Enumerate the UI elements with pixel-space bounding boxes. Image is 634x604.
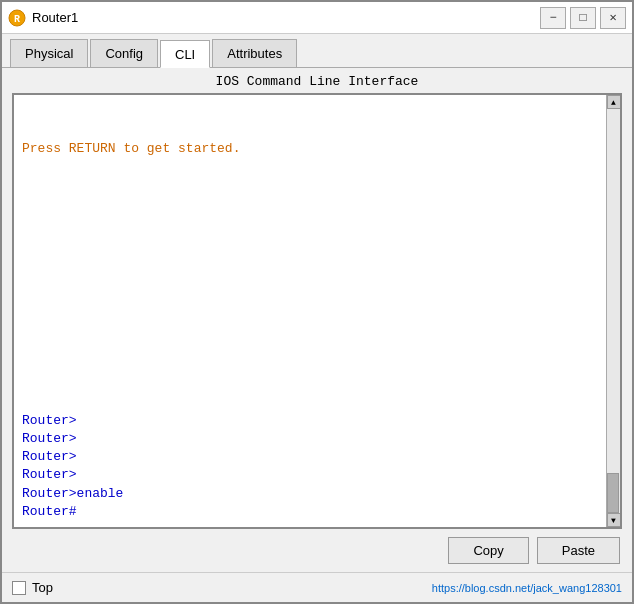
terminal-line: Router> bbox=[22, 448, 598, 466]
minimize-button[interactable]: − bbox=[540, 7, 566, 29]
terminal-line: Router> bbox=[22, 466, 598, 484]
footer-link: https://blog.csdn.net/jack_wang128301 bbox=[432, 582, 622, 594]
main-window: R Router1 − □ ✕ Physical Config CLI Attr… bbox=[0, 0, 634, 604]
terminal[interactable]: Press RETURN to get started. Router> Rou… bbox=[14, 95, 606, 527]
tab-cli[interactable]: CLI bbox=[160, 40, 210, 68]
scroll-up-arrow[interactable]: ▲ bbox=[607, 95, 621, 109]
close-button[interactable]: ✕ bbox=[600, 7, 626, 29]
terminal-line-enable: Router>enable bbox=[22, 485, 598, 503]
terminal-wrapper: Press RETURN to get started. Router> Rou… bbox=[12, 93, 622, 529]
terminal-bottom: Router> Router> Router> Router> Router>e… bbox=[22, 412, 598, 521]
top-checkbox-area: Top bbox=[12, 580, 53, 595]
maximize-button[interactable]: □ bbox=[570, 7, 596, 29]
top-checkbox[interactable] bbox=[12, 581, 26, 595]
tab-config[interactable]: Config bbox=[90, 39, 158, 67]
copy-button[interactable]: Copy bbox=[448, 537, 528, 564]
bottom-bar: Copy Paste bbox=[2, 529, 632, 572]
scrollbar-thumb[interactable] bbox=[607, 473, 619, 513]
title-bar: R Router1 − □ ✕ bbox=[2, 2, 632, 34]
terminal-prompt: Router# bbox=[22, 503, 598, 521]
scrollbar[interactable]: ▲ ▼ bbox=[606, 95, 620, 527]
scrollbar-track[interactable] bbox=[607, 109, 620, 513]
top-label: Top bbox=[32, 580, 53, 595]
terminal-line: Router> bbox=[22, 412, 598, 430]
terminal-line: Router> bbox=[22, 430, 598, 448]
tab-attributes[interactable]: Attributes bbox=[212, 39, 297, 67]
paste-button[interactable]: Paste bbox=[537, 537, 620, 564]
svg-text:R: R bbox=[14, 14, 20, 25]
window-controls: − □ ✕ bbox=[540, 7, 626, 29]
terminal-content: Press RETURN to get started. Router> Rou… bbox=[22, 101, 598, 521]
tab-physical[interactable]: Physical bbox=[10, 39, 88, 67]
cli-section-label: IOS Command Line Interface bbox=[2, 68, 632, 93]
window-title: Router1 bbox=[32, 10, 540, 25]
scroll-down-arrow[interactable]: ▼ bbox=[607, 513, 621, 527]
startup-message: Press RETURN to get started. bbox=[22, 101, 598, 156]
tabs-bar: Physical Config CLI Attributes bbox=[2, 34, 632, 68]
footer-bar: Top https://blog.csdn.net/jack_wang12830… bbox=[2, 572, 632, 602]
app-icon: R bbox=[8, 9, 26, 27]
